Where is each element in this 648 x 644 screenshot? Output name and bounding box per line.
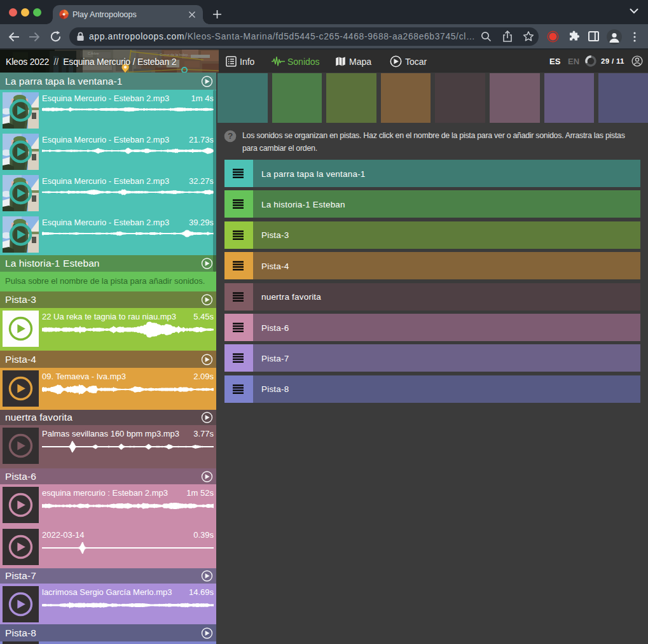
svg-text:?: ? [228,131,233,141]
